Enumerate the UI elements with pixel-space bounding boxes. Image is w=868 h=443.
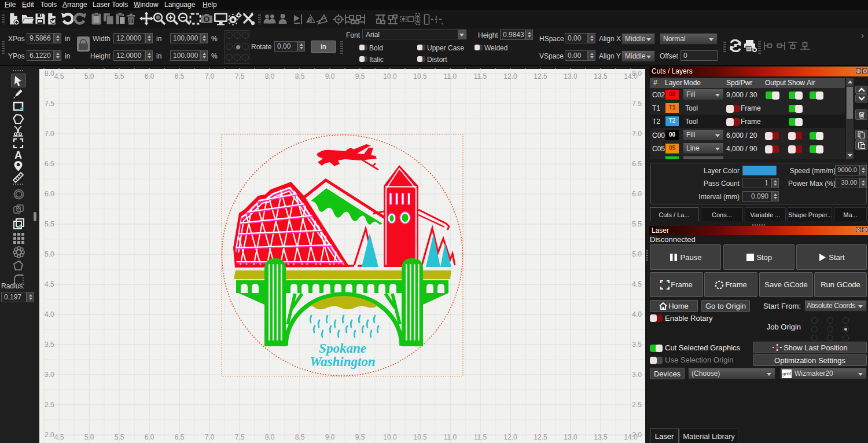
svg-text:8.0: 8.0	[265, 433, 275, 441]
svg-text:4.5: 4.5	[45, 280, 54, 288]
svg-text:7.5: 7.5	[235, 433, 245, 441]
svg-text:7.0: 7.0	[632, 130, 642, 138]
svg-text:8.5: 8.5	[295, 433, 305, 441]
svg-text:5.0: 5.0	[632, 250, 642, 258]
svg-text:7.5: 7.5	[632, 100, 642, 108]
svg-text:6.0: 6.0	[45, 190, 54, 198]
svg-text:8.0: 8.0	[632, 69, 642, 78]
svg-text:12.5: 12.5	[534, 433, 547, 441]
svg-text:6.0: 6.0	[145, 433, 155, 441]
svg-text:7.5: 7.5	[45, 100, 54, 108]
svg-text:10.0: 10.0	[383, 72, 397, 80]
svg-text:4.5: 4.5	[54, 433, 64, 441]
svg-text:3.5: 3.5	[45, 341, 54, 349]
svg-text:11.0: 11.0	[444, 72, 457, 80]
svg-text:4.0: 4.0	[632, 310, 642, 318]
svg-text:6.5: 6.5	[45, 160, 54, 168]
svg-text:Spokane: Spokane	[319, 341, 366, 356]
svg-text:2.5: 2.5	[632, 401, 642, 409]
svg-text:10.0: 10.0	[383, 433, 397, 441]
svg-text:12.0: 12.0	[503, 433, 517, 441]
svg-text:5.0: 5.0	[84, 433, 94, 441]
svg-text:8.5: 8.5	[295, 72, 305, 80]
svg-text:Washington: Washington	[310, 354, 375, 369]
svg-text:10.5: 10.5	[413, 433, 427, 441]
svg-text:4.5: 4.5	[54, 72, 64, 80]
svg-text:6.5: 6.5	[175, 72, 185, 80]
svg-text:9.0: 9.0	[325, 72, 335, 80]
svg-text:5.0: 5.0	[84, 72, 94, 80]
svg-text:5.5: 5.5	[115, 72, 124, 80]
svg-text:5.5: 5.5	[115, 433, 124, 441]
svg-text:2.0: 2.0	[45, 431, 54, 439]
svg-text:11.0: 11.0	[444, 433, 457, 441]
svg-text:7.5: 7.5	[235, 72, 245, 80]
svg-text:4.0: 4.0	[45, 310, 54, 318]
svg-text:5.5: 5.5	[45, 220, 54, 228]
svg-text:7.0: 7.0	[205, 433, 215, 441]
svg-text:3.0: 3.0	[632, 371, 642, 379]
svg-text:11.5: 11.5	[474, 72, 487, 80]
svg-text:8.0: 8.0	[45, 69, 54, 78]
svg-text:6.5: 6.5	[175, 433, 185, 441]
svg-text:10.5: 10.5	[413, 72, 427, 80]
svg-text:6.5: 6.5	[632, 160, 642, 168]
svg-text:A: A	[14, 149, 22, 160]
svg-text:7.0: 7.0	[45, 130, 54, 138]
svg-text:4.5: 4.5	[632, 280, 642, 288]
svg-text:11.5: 11.5	[474, 433, 487, 441]
svg-text:8.0: 8.0	[265, 72, 275, 80]
svg-text:13.0: 13.0	[564, 433, 578, 441]
svg-text:2.5: 2.5	[45, 401, 54, 409]
svg-text:13.0: 13.0	[564, 72, 578, 80]
svg-text:12.5: 12.5	[534, 72, 547, 80]
svg-text:5.5: 5.5	[632, 220, 642, 228]
svg-text:6.0: 6.0	[632, 190, 642, 198]
svg-text:13.5: 13.5	[594, 433, 608, 441]
svg-text:2.0: 2.0	[632, 431, 642, 439]
svg-text:9.5: 9.5	[355, 433, 365, 441]
svg-text:5.0: 5.0	[45, 250, 54, 258]
svg-text:3.5: 3.5	[632, 341, 642, 349]
svg-text:7.0: 7.0	[205, 72, 215, 80]
svg-text:12.0: 12.0	[503, 72, 517, 80]
svg-text:9.0: 9.0	[325, 433, 335, 441]
svg-text:13.5: 13.5	[594, 72, 608, 80]
svg-text:6.0: 6.0	[145, 72, 155, 80]
svg-text:3.0: 3.0	[45, 371, 54, 379]
svg-text:9.5: 9.5	[355, 72, 365, 80]
